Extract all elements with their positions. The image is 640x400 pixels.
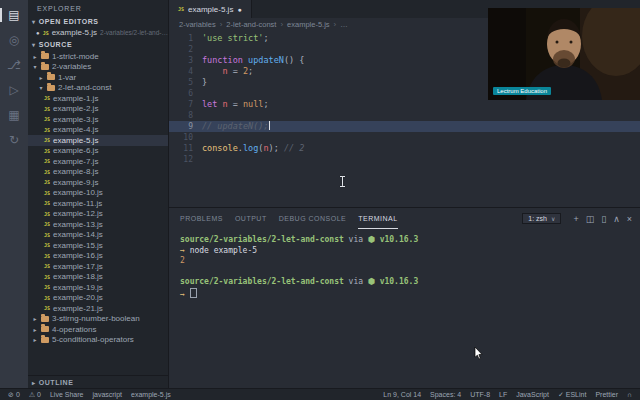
maximize-panel-icon[interactable]: ∧ (613, 214, 620, 224)
code-line-8[interactable]: 8 (169, 110, 640, 121)
tree-file-example-16.js[interactable]: example-16.js (28, 251, 168, 262)
split-terminal-icon[interactable]: ◫ (586, 214, 595, 224)
tree-file-example-2.js[interactable]: example-2.js (28, 104, 168, 115)
tree-file-example-6.js[interactable]: example-6.js (28, 146, 168, 157)
encoding-label: UTF-8 (470, 391, 490, 398)
js-file-icon (44, 127, 50, 133)
tree-file-example-21.js[interactable]: example-21.js (28, 303, 168, 314)
outline-section-label: OUTLINE (39, 379, 74, 386)
eol[interactable]: LF (499, 391, 507, 399)
panel-tab-problems[interactable]: PROBLEMS (180, 209, 223, 229)
file-item[interactable]: example-5.js (131, 391, 171, 399)
chevron-right-icon: ▸ (38, 74, 44, 81)
language-item[interactable]: javascript (92, 391, 122, 399)
tree-folder-4-operations[interactable]: ▸4-operations (28, 324, 168, 335)
line-number: 7 (169, 99, 202, 110)
folder-icon (41, 337, 49, 343)
tree-folder-3-stirng-number-boolean[interactable]: ▸3-stirng-number-boolean (28, 314, 168, 325)
breadcrumb-item[interactable]: … (340, 20, 348, 29)
tree-file-example-8.js[interactable]: example-8.js (28, 167, 168, 178)
tree-item-label: example-3.js (53, 115, 98, 124)
outline-section-header[interactable]: OUTLINE (28, 375, 168, 388)
open-editors-header-label: OPEN EDITORS (39, 18, 99, 25)
tree-file-example-7.js[interactable]: example-7.js (28, 156, 168, 167)
tree-file-example-9.js[interactable]: example-9.js (28, 177, 168, 188)
tree-file-example-4.js[interactable]: example-4.js (28, 125, 168, 136)
prettier[interactable]: Prettier (595, 391, 618, 399)
tree-file-example-5.js[interactable]: example-5.js (28, 135, 168, 146)
modified-dot-icon[interactable]: ● (237, 6, 241, 13)
terminal-cursor (190, 288, 197, 298)
open-editor-item[interactable]: example-5.js2-variables/2-let-and-const (28, 27, 168, 39)
prettier-label: Prettier (595, 391, 618, 398)
language-mode[interactable]: JavaScript (516, 391, 549, 399)
tab-example-5[interactable]: example-5.js ● (169, 0, 252, 18)
live-share[interactable]: Live Share (50, 391, 83, 399)
tree-folder-5-conditional-operators[interactable]: ▸5-conditional-operators (28, 335, 168, 346)
tree-file-example-1.js[interactable]: example-1.js (28, 93, 168, 104)
tree-item-label: example-16.js (53, 251, 103, 260)
extensions-icon[interactable]: ▦ (0, 108, 28, 122)
tree-item-label: example-18.js (53, 272, 103, 281)
code-line-7[interactable]: 7let n = null; (169, 99, 640, 110)
tree-folder-1-var[interactable]: ▸1-var (28, 72, 168, 83)
panel-tab-terminal[interactable]: TERMINAL (358, 209, 397, 229)
live-share-icon[interactable]: ↻ (0, 133, 28, 147)
tree-folder-1-strict-mode[interactable]: ▸1-strict-mode (28, 51, 168, 62)
code-line-9[interactable]: 9// updateN(); (169, 121, 640, 132)
tree-file-example-18.js[interactable]: example-18.js (28, 272, 168, 283)
panel-tab-debug-console[interactable]: DEBUG CONSOLE (279, 209, 347, 229)
tree-item-label: 5-conditional-operators (52, 335, 134, 344)
tree-file-example-10.js[interactable]: example-10.js (28, 188, 168, 199)
chevron-right-icon: ▸ (32, 336, 38, 343)
code-token: ; (263, 99, 268, 109)
kill-terminal-icon[interactable]: ▯ (601, 214, 606, 224)
terminal-shell-select[interactable]: 1: zsh ∨ (522, 213, 561, 224)
source-control-icon[interactable]: ⎇ (0, 58, 28, 72)
breadcrumb-item[interactable]: 2-let-and-const (226, 20, 276, 29)
problems-warnings[interactable]: ⚠0 (29, 391, 41, 399)
tree-folder-2-variables[interactable]: ▾2-variables (28, 62, 168, 73)
tree-file-example-14.js[interactable]: example-14.js (28, 230, 168, 241)
close-panel-icon[interactable]: × (627, 214, 632, 224)
tree-item-label: example-7.js (53, 157, 98, 166)
problems-errors[interactable]: ⊘0 (8, 391, 20, 399)
open-editors-header[interactable]: OPEN EDITORS (28, 16, 168, 27)
tree-item-label: example-11.js (53, 199, 102, 208)
code-line-10[interactable]: 10 (169, 132, 640, 143)
eslint[interactable]: ✓ESLint (558, 391, 587, 399)
code-line-11[interactable]: 11console.log(n); // 2 (169, 143, 640, 154)
tree-file-example-19.js[interactable]: example-19.js (28, 282, 168, 293)
code-token: = (228, 66, 243, 76)
chevron-down-icon: ▾ (38, 84, 44, 91)
encoding[interactable]: UTF-8 (470, 391, 490, 399)
tree-file-example-11.js[interactable]: example-11.js (28, 198, 168, 209)
terminal-output[interactable]: source/2-variables/2-let-and-const via ⬢… (169, 229, 640, 388)
tree-file-example-12.js[interactable]: example-12.js (28, 209, 168, 220)
search-icon[interactable]: ◎ (0, 33, 28, 47)
tree-item-label: example-6.js (53, 146, 98, 155)
breadcrumb-item[interactable]: 2-variables (179, 20, 216, 29)
code-line-12[interactable]: 12 (169, 154, 640, 165)
tree-file-example-3.js[interactable]: example-3.js (28, 114, 168, 125)
source-section-header[interactable]: SOURCE (28, 39, 168, 50)
breadcrumb-item[interactable]: example-5.js (287, 20, 330, 29)
tree-file-example-17.js[interactable]: example-17.js (28, 261, 168, 272)
debug-icon[interactable]: ▷ (0, 83, 28, 97)
tree-file-example-15.js[interactable]: example-15.js (28, 240, 168, 251)
explorer-icon[interactable]: ▤ (0, 8, 28, 22)
panel-header: PROBLEMSOUTPUTDEBUG CONSOLETERMINAL 1: z… (169, 208, 640, 229)
tree-folder-2-let-and-const[interactable]: ▾2-let-and-const (28, 83, 168, 94)
tree-item-label: example-2.js (53, 104, 98, 113)
tree-file-example-13.js[interactable]: example-13.js (28, 219, 168, 230)
cursor-position[interactable]: Ln 9, Col 14 (383, 391, 421, 399)
indentation[interactable]: Spaces: 4 (430, 391, 461, 399)
line-number: 11 (169, 143, 202, 154)
notifications-bell[interactable]: ∩ (627, 391, 632, 399)
js-file-icon (44, 263, 50, 269)
code-token: // updateN(); (202, 121, 269, 131)
js-file-icon (44, 148, 50, 154)
new-terminal-icon[interactable]: + (573, 214, 578, 224)
panel-tab-output[interactable]: OUTPUT (235, 209, 267, 229)
tree-file-example-20.js[interactable]: example-20.js (28, 293, 168, 304)
